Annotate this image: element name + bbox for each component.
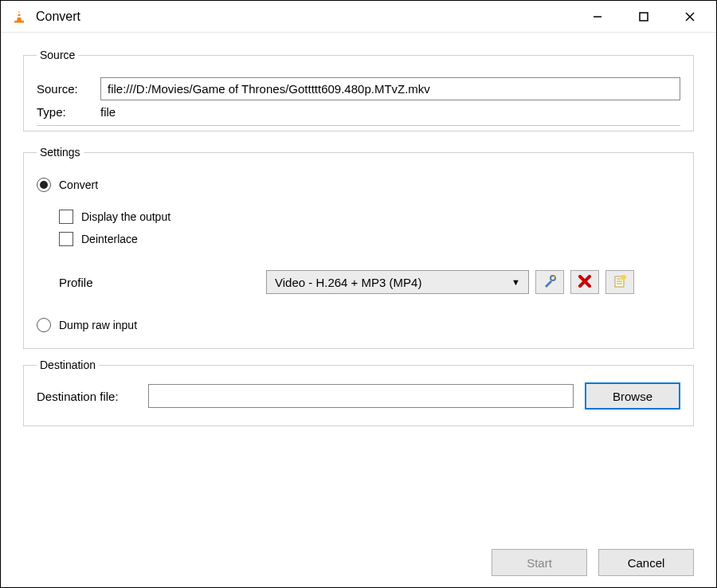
dump-raw-label: Dump raw input [59, 319, 137, 331]
radio-icon [37, 318, 51, 332]
profile-row: Profile Video - H.264 + MP3 (MP4) ▼ [37, 270, 680, 294]
delete-x-icon [578, 275, 591, 290]
maximize-button[interactable] [621, 2, 667, 31]
svg-point-13 [621, 275, 626, 280]
edit-profile-button[interactable] [535, 270, 564, 294]
source-input[interactable]: file:///D:/Movies/Game of Thrones/Gotttt… [100, 77, 680, 100]
convert-radio[interactable]: Convert [37, 178, 680, 192]
display-output-label: Display the output [81, 210, 170, 223]
profile-value: Video - H.264 + MP3 (MP4) [275, 276, 421, 289]
profile-label: Profile [59, 276, 266, 289]
svg-rect-1 [18, 13, 20, 14]
checkbox-icon [59, 210, 73, 224]
type-value: file [100, 105, 116, 119]
new-profile-button[interactable] [605, 270, 634, 294]
dump-raw-radio[interactable]: Dump raw input [37, 318, 680, 332]
convert-radio-label: Convert [59, 178, 98, 191]
display-output-checkbox[interactable]: Display the output [59, 210, 680, 224]
type-label: Type: [37, 105, 100, 119]
svg-rect-3 [14, 21, 24, 23]
titlebar: Convert [1, 1, 716, 33]
cancel-button[interactable]: Cancel [598, 549, 694, 576]
settings-legend: Settings [37, 146, 84, 159]
minimize-button[interactable] [574, 2, 621, 31]
destination-legend: Destination [37, 359, 99, 371]
convert-dialog: Convert Source Source: file:///D:/Movies… [0, 0, 717, 588]
svg-rect-5 [640, 13, 648, 21]
destination-file-input[interactable] [148, 384, 574, 408]
wrench-icon [543, 274, 557, 291]
window-title: Convert [36, 10, 574, 24]
window-controls [574, 2, 713, 31]
browse-button[interactable]: Browse [585, 382, 680, 410]
source-group: Source Source: file:///D:/Movies/Game of… [23, 49, 694, 131]
deinterlace-checkbox[interactable]: Deinterlace [59, 232, 680, 246]
dialog-footer: Start Cancel [492, 549, 694, 576]
settings-group: Settings Convert Display the output Dein… [23, 146, 694, 349]
delete-profile-button[interactable] [570, 270, 599, 294]
destination-file-label: Destination file: [37, 390, 148, 403]
new-document-icon [613, 274, 627, 291]
vlc-cone-icon [12, 10, 26, 24]
chevron-down-icon: ▼ [511, 277, 520, 287]
destination-group: Destination Destination file: Browse [23, 359, 694, 426]
radio-icon [37, 178, 51, 192]
svg-marker-0 [17, 10, 22, 21]
close-button[interactable] [667, 2, 713, 31]
deinterlace-label: Deinterlace [81, 233, 138, 245]
source-label: Source: [37, 82, 100, 96]
checkbox-icon [59, 232, 73, 246]
source-divider [37, 125, 680, 126]
start-button[interactable]: Start [492, 549, 587, 576]
source-legend: Source [37, 49, 78, 61]
dialog-content: Source Source: file:///D:/Movies/Game of… [1, 33, 716, 452]
profile-dropdown[interactable]: Video - H.264 + MP3 (MP4) ▼ [266, 270, 529, 294]
svg-rect-2 [18, 16, 22, 18]
